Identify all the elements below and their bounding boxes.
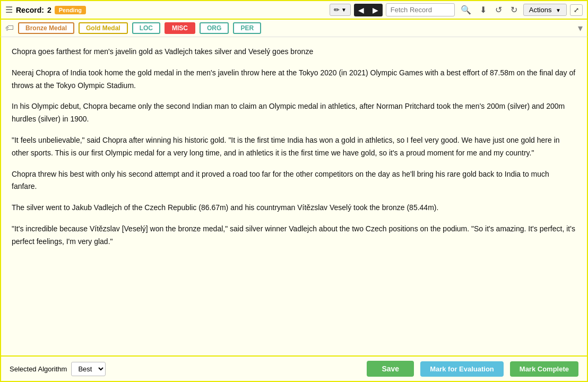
paragraph-1: Neeraj Chopra of India took home the gol… — [12, 67, 576, 92]
tag-gold-medal[interactable]: Gold Medal — [79, 22, 128, 34]
tag-icon[interactable]: 🏷 — [5, 23, 14, 33]
save-button[interactable]: Save — [367, 361, 414, 377]
actions-dropdown-icon: ▼ — [556, 7, 561, 13]
undo-button[interactable]: ↺ — [492, 3, 505, 16]
article-title: Chopra goes farthest for men's javelin g… — [12, 46, 576, 58]
redo-icon: ↻ — [511, 5, 517, 14]
redo-button[interactable]: ↻ — [508, 3, 520, 16]
status-badge: Pending — [55, 6, 86, 14]
prev-record-button[interactable]: ◀ — [354, 4, 368, 16]
paragraph-3: "It feels unbelievable," said Chopra aft… — [12, 134, 576, 160]
paragraph-4: Chopra threw his best with only his seco… — [12, 168, 576, 194]
edit-dropdown-icon: ▼ — [341, 7, 347, 13]
hamburger-icon: ☰ — [5, 5, 13, 15]
search-icon: 🔍 — [461, 5, 471, 14]
tags-row: 🏷 Bronze Medal Gold Medal LOC MISC ORG P… — [0, 20, 588, 37]
actions-button[interactable]: Actions ▼ — [523, 4, 567, 16]
tag-per[interactable]: PER — [233, 22, 261, 34]
footer: Selected Algorithm Best Save Mark for Ev… — [0, 355, 588, 382]
expand-button[interactable]: ⤢ — [570, 4, 583, 16]
paragraph-2: In his Olympic debut, Chopra became only… — [12, 100, 576, 126]
next-record-button[interactable]: ▶ — [368, 4, 383, 16]
paragraph-6: "It's incredible because Vítězslav [Vese… — [12, 223, 576, 248]
download-icon: ⬇ — [480, 5, 487, 14]
expand-icon: ⤢ — [574, 6, 579, 14]
actions-label: Actions — [529, 6, 552, 14]
edit-button[interactable]: ✏ ▼ — [330, 4, 351, 16]
nav-buttons: ◀ ▶ — [354, 4, 383, 16]
paragraph-5: The silver went to Jakub Vadlejch of the… — [12, 202, 576, 214]
record-label: Record: — [16, 6, 44, 14]
algo-select[interactable]: Best — [71, 362, 106, 376]
download-button[interactable]: ⬇ — [477, 3, 489, 16]
toolbar: ☰ Record: 2 Pending ✏ ▼ ◀ ▶ 🔍 ⬇ ↺ ↻ Acti… — [0, 0, 588, 20]
tag-org[interactable]: ORG — [200, 22, 229, 34]
record-number: 2 — [47, 6, 51, 14]
mark-complete-button[interactable]: Mark Complete — [510, 361, 578, 377]
tag-loc[interactable]: LOC — [132, 22, 160, 34]
undo-icon: ↺ — [495, 5, 502, 14]
search-button[interactable]: 🔍 — [458, 3, 474, 16]
fetch-input[interactable] — [386, 3, 455, 16]
tag-bronze-medal[interactable]: Bronze Medal — [18, 22, 74, 34]
tags-dropdown-icon[interactable]: ▾ — [578, 22, 583, 34]
main-content: Chopra goes farthest for men's javelin g… — [0, 37, 588, 355]
mark-eval-button[interactable]: Mark for Evaluation — [420, 361, 504, 377]
pencil-icon: ✏ — [334, 6, 340, 14]
algorithm-section: Selected Algorithm Best — [10, 362, 106, 376]
algo-label: Selected Algorithm — [10, 365, 67, 373]
tag-misc[interactable]: MISC — [165, 22, 195, 34]
